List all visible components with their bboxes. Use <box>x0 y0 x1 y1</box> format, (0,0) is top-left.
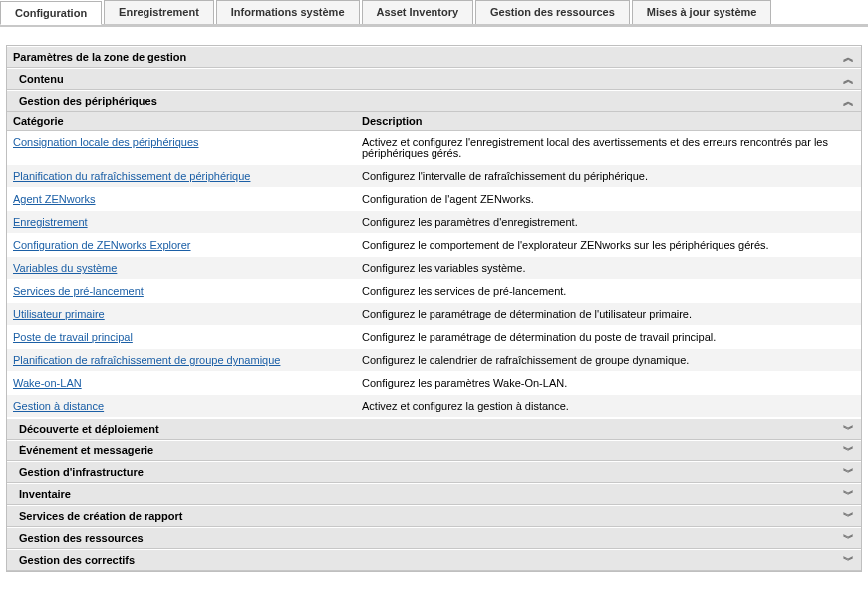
panel-title: Paramètres de la zone de gestion <box>13 51 841 63</box>
tab-enregistrement[interactable]: Enregistrement <box>104 0 214 24</box>
section-header-collapsed[interactable]: Découverte et déploiement︾ <box>7 418 861 440</box>
section-header-collapsed[interactable]: Gestion des correctifs︾ <box>7 549 861 571</box>
table-row: Wake-on-LANConfigurez les paramètres Wak… <box>7 372 861 395</box>
section-title: Gestion des ressources <box>19 532 841 544</box>
category-link[interactable]: Configuration de ZENworks Explorer <box>13 239 191 251</box>
chevron-down-icon[interactable]: ︾ <box>841 487 855 501</box>
cell-category: Agent ZENworks <box>7 188 356 210</box>
chevron-down-icon[interactable]: ︾ <box>841 444 855 457</box>
section-title: Services de création de rapport <box>19 510 841 522</box>
cell-description: Activez et configurez l'enregistrement l… <box>356 131 861 164</box>
table-body: Consignation locale des périphériquesAct… <box>7 131 861 418</box>
collapsed-sections: Découverte et déploiement︾Événement et m… <box>7 418 861 571</box>
section-title: Gestion des correctifs <box>19 554 841 566</box>
tab-gestion-des-ressources[interactable]: Gestion des ressources <box>475 0 630 24</box>
table-row: Poste de travail principalConfigurez le … <box>7 326 861 349</box>
cell-category: Gestion à distance <box>7 395 356 417</box>
chevron-down-icon[interactable]: ︾ <box>841 553 855 567</box>
section-header-devmgmt[interactable]: Gestion des périphériques ︽ <box>7 90 861 112</box>
tab-mises-jour-syst-me[interactable]: Mises à jour système <box>632 0 772 24</box>
section-header-collapsed[interactable]: Gestion des ressources︾ <box>7 527 861 549</box>
chevron-up-icon[interactable]: ︽ <box>841 72 855 86</box>
col-header-description: Description <box>356 112 861 130</box>
section-header-collapsed[interactable]: Gestion d'infrastructure︾ <box>7 461 861 483</box>
table-header: Catégorie Description <box>7 112 861 131</box>
chevron-down-icon[interactable]: ︾ <box>841 422 855 436</box>
chevron-down-icon[interactable]: ︾ <box>841 465 855 479</box>
cell-category: Configuration de ZENworks Explorer <box>7 234 356 256</box>
section-title: Gestion des périphériques <box>19 95 841 107</box>
cell-description: Configurez les paramètres d'enregistreme… <box>356 211 861 233</box>
section-header-collapsed[interactable]: Événement et messagerie︾ <box>7 440 861 461</box>
tab-bar: ConfigurationEnregistrementInformations … <box>0 0 868 27</box>
panel-header-zone[interactable]: Paramètres de la zone de gestion ︽ <box>7 46 861 68</box>
category-link[interactable]: Planification du rafraîchissement de pér… <box>13 170 250 182</box>
section-title: Gestion d'infrastructure <box>19 466 841 478</box>
cell-category: Planification du rafraîchissement de pér… <box>7 165 356 187</box>
category-link[interactable]: Agent ZENworks <box>13 193 96 205</box>
category-link[interactable]: Gestion à distance <box>13 400 104 412</box>
table-row: Services de pré-lancementConfigurez les … <box>7 280 861 303</box>
category-link[interactable]: Enregistrement <box>13 216 88 228</box>
cell-description: Configurez les services de pré-lancement… <box>356 280 861 302</box>
section-header-collapsed[interactable]: Services de création de rapport︾ <box>7 505 861 527</box>
cell-description: Configurez le paramétrage de déterminati… <box>356 303 861 325</box>
table-row: EnregistrementConfigurez les paramètres … <box>7 211 861 234</box>
table-row: Consignation locale des périphériquesAct… <box>7 131 861 165</box>
cell-description: Configuration de l'agent ZENworks. <box>356 188 861 210</box>
table-row: Planification de rafraîchissement de gro… <box>7 349 861 372</box>
category-link[interactable]: Consignation locale des périphériques <box>13 136 199 148</box>
category-link[interactable]: Poste de travail principal <box>13 331 133 343</box>
cell-category: Variables du système <box>7 257 356 279</box>
cell-description: Configurez les variables système. <box>356 257 861 279</box>
table-row: Variables du systèmeConfigurez les varia… <box>7 257 861 280</box>
section-title: Inventaire <box>19 488 841 500</box>
cell-description: Configurez le calendrier de rafraîchisse… <box>356 349 861 371</box>
tab-configuration[interactable]: Configuration <box>0 1 102 25</box>
col-header-category: Catégorie <box>7 112 356 130</box>
table-row: Agent ZENworksConfiguration de l'agent Z… <box>7 188 861 211</box>
table-row: Utilisateur primaireConfigurez le paramé… <box>7 303 861 326</box>
section-title: Découverte et déploiement <box>19 423 841 435</box>
cell-description: Configurez le comportement de l'explorat… <box>356 234 861 256</box>
section-title: Événement et messagerie <box>19 445 841 456</box>
chevron-up-icon[interactable]: ︽ <box>841 94 855 108</box>
panel: Paramètres de la zone de gestion ︽ Conte… <box>6 45 862 572</box>
category-link[interactable]: Utilisateur primaire <box>13 308 105 320</box>
cell-description: Activez et configurez la gestion à dista… <box>356 395 861 417</box>
cell-description: Configurez les paramètres Wake-On-LAN. <box>356 372 861 394</box>
category-link[interactable]: Planification de rafraîchissement de gro… <box>13 354 280 366</box>
cell-category: Services de pré-lancement <box>7 280 356 302</box>
category-link[interactable]: Variables du système <box>13 262 117 274</box>
category-link[interactable]: Services de pré-lancement <box>13 285 144 297</box>
cell-category: Poste de travail principal <box>7 326 356 348</box>
cell-description: Configurez le paramétrage de déterminati… <box>356 326 861 348</box>
chevron-down-icon[interactable]: ︾ <box>841 509 855 523</box>
category-link[interactable]: Wake-on-LAN <box>13 377 82 389</box>
chevron-down-icon[interactable]: ︾ <box>841 531 855 545</box>
table-row: Planification du rafraîchissement de pér… <box>7 165 861 188</box>
cell-category: Enregistrement <box>7 211 356 233</box>
section-header-content[interactable]: Contenu ︽ <box>7 68 861 90</box>
table-row: Gestion à distanceActivez et configurez … <box>7 395 861 418</box>
tab-informations-syst-me[interactable]: Informations système <box>216 0 360 24</box>
cell-category: Wake-on-LAN <box>7 372 356 394</box>
cell-category: Planification de rafraîchissement de gro… <box>7 349 356 371</box>
section-header-collapsed[interactable]: Inventaire︾ <box>7 483 861 505</box>
tab-asset-inventory[interactable]: Asset Inventory <box>362 0 474 24</box>
chevron-up-icon[interactable]: ︽ <box>841 50 855 64</box>
cell-category: Utilisateur primaire <box>7 303 356 325</box>
table-row: Configuration de ZENworks ExplorerConfig… <box>7 234 861 257</box>
cell-description: Configurez l'intervalle de rafraîchissem… <box>356 165 861 187</box>
section-title: Contenu <box>19 73 841 85</box>
cell-category: Consignation locale des périphériques <box>7 131 356 164</box>
